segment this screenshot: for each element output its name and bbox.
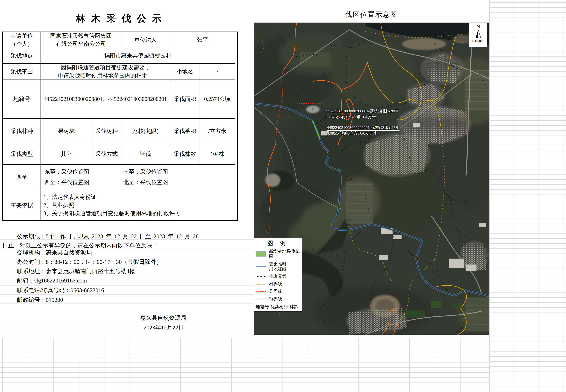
notice-title: 林 木 采 伐 公 示 (76, 12, 163, 25)
boundary-east: 东至：采伐位置图 (44, 168, 123, 176)
contact-agency: 受理机构：惠来县自然资源局 (17, 249, 92, 256)
notice-period-line1: 公示期限：5个工作日，即从 2023 年 12 月 22 日至 2023 年 1… (17, 233, 199, 240)
table-value-cadastral-no: 445224021003000200801、445224021003000200… (41, 80, 170, 119)
table-label-applicant: 申请单位 （个人） (3, 32, 41, 48)
legend-line-blue (256, 266, 266, 267)
table-value-location: 揭阳市惠来县侨园镇桃园村 (41, 48, 235, 64)
table-label-tree-species: 采伐树种 (92, 119, 121, 144)
contact-office-hours: 办公时间：8：30-12：00，14：00-17：30（节假日除外） (17, 258, 162, 266)
table-value-cut-method: 皆伐 (121, 144, 170, 165)
boundary-south: 南至：采伐位置图 (123, 168, 234, 176)
table-label-reason: 采伐事由 (3, 64, 41, 80)
table-value-stock-volume: /立方米 (200, 119, 235, 144)
table-label-boundaries: 四至 (3, 165, 41, 190)
spreadsheet-grid-right (489, 0, 566, 392)
legend-item-redline: 变更临时 用地红线 (256, 261, 300, 272)
signature-date: 2023年12月22日 (144, 324, 184, 331)
legend-item-subcompartment: 小班界线 (256, 274, 300, 279)
table-label-basis: 主要依据 (3, 190, 41, 220)
legend-item-harvest-area: 新增林地采伐范围 (256, 249, 300, 259)
legend-line-village (256, 284, 266, 284)
parcel-2-detail: 0.0951公顷-0立方米-0立方米 (327, 131, 399, 136)
table-value-cut-type: 其它 (41, 144, 92, 165)
table-value-boundaries: 东至：采伐位置图 南至：采伐位置图 西至：采伐位置图 北至：采伐位置图 (41, 165, 235, 190)
legend-annotation-top: 地籍号-优势树种-林龄 (256, 304, 300, 310)
contact-phone: 联系电话/传真号码：0663-6622016 (17, 287, 104, 294)
table-label-cut-type: 采伐类型 (3, 144, 41, 165)
contact-address: 联系地址：惠来县惠城镇南门西路十五号楼4楼 (17, 267, 135, 275)
table-value-area: 0.2574公顷 (200, 80, 235, 119)
table-label-legal-person: 单位法人 (121, 32, 170, 48)
legend-swatch-green (256, 252, 266, 256)
map-title: 伐区位置示意图 (345, 10, 398, 19)
boundary-west: 西至：采伐位置图 (44, 178, 123, 186)
legend-item-village-line: 村界线 (256, 281, 300, 287)
table-label-cadastral-no: 地籍号 (3, 80, 41, 119)
table-label-place-name: 小地名 (170, 64, 200, 80)
legend-line-town (256, 299, 266, 299)
parcel-label-1: 445224021003000200801-荔枝(龙眼)-28年 0.1623公… (325, 109, 398, 120)
legend-item-town-line: 镇界线 (256, 296, 300, 301)
table-value-forest-type: 果树林 (41, 119, 92, 144)
table-value-applicant: 国家石油天然气管网集团 有限公司华南分公司 (41, 32, 121, 48)
boundary-north: 北至：采伐位置图 (123, 178, 234, 186)
table-value-tree-species: 荔枝(龙眼) (121, 119, 170, 144)
notice-table: 申请单位 （个人） 国家石油天然气管网集团 有限公司华南分公司 单位法人 张平 … (2, 31, 238, 221)
spreadsheet-page: 林 木 采 伐 公 示 申请单位 （个人） 国家石油天然气管网集团 有限公司华南… (0, 0, 566, 392)
contact-email: 邮箱：slg166220169163.com (17, 277, 87, 284)
legend-line-county (256, 291, 266, 292)
signature-organization: 惠来县自然资源局 (140, 314, 186, 322)
table-label-location: 采伐地点 (3, 48, 41, 64)
table-value-tree-count: 104株 (200, 144, 235, 165)
legend-title: 图 例 (256, 239, 300, 247)
table-value-place-name: / (200, 64, 235, 80)
table-label-cut-method: 采伐方式 (92, 144, 121, 165)
north-arrow-box: N 1:10,000 (469, 23, 487, 47)
map-panel: 445224021003000200801-荔枝(龙眼)-28年 0.1623公… (254, 23, 489, 335)
north-arrow-icon (474, 29, 482, 39)
legend-line-dotted (256, 276, 266, 277)
table-label-area: 采伐面积 (170, 80, 200, 119)
legend-fraction-bar (256, 311, 300, 311)
table-value-legal-person: 张平 (170, 32, 235, 48)
table-label-forest-type: 采伐林种 (3, 119, 41, 144)
table-value-reason: 因揭阳联通管道项目变更建设需要， 申请采伐临时使用林地范围内的林木。 (41, 64, 170, 80)
parcel-label-2: 445224021003000200201-荔枝(龙眼)-23年 0.0951公… (327, 125, 399, 136)
contact-postcode: 邮政编号：515200 (17, 296, 63, 304)
parcel-1-id: 445224021003000200801-荔枝(龙眼)-28年 (325, 109, 398, 114)
parcel-1-detail: 0.1623公顷-0立方米-0立方米 (325, 114, 398, 120)
parcel-2-id: 445224021003000200201-荔枝(龙眼)-23年 (327, 125, 399, 131)
table-label-stock-volume: 采伐蓄积 (170, 119, 200, 144)
north-label: N (476, 24, 480, 29)
spreadsheet-grid-bottom (0, 338, 489, 392)
map-legend: 图 例 新增林地采伐范围 变更临时 用地红线 小班界线 村界线 县界线 (254, 238, 302, 312)
map-scale: 1:10,000 (472, 39, 484, 43)
legend-item-county-line: 县界线 (256, 289, 300, 294)
table-label-tree-count: 采伐株数 (170, 144, 200, 165)
notice-period-line2: 日止，对以上公示有异议的，请在公示期内向以下单位反映： (2, 242, 158, 249)
table-value-basis: 1、法定代表人身份证 2、营业执照 3、关于揭阳联通管道项目变更临时使用林地的行… (41, 190, 235, 220)
